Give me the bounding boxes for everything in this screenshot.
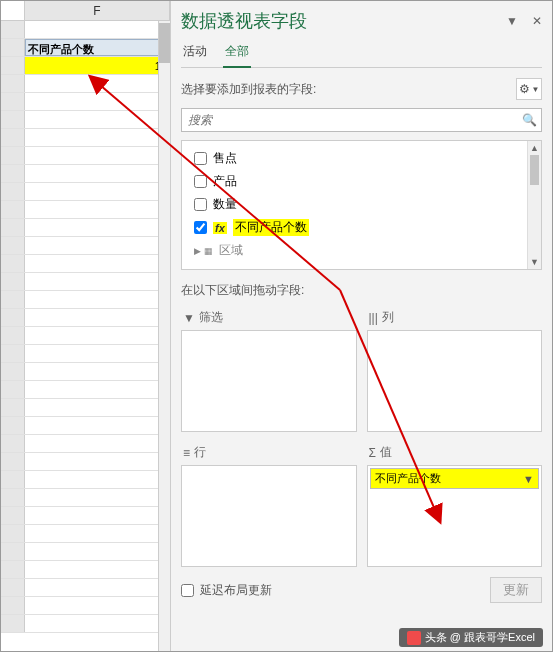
tab-active[interactable]: 活动 [181, 39, 209, 67]
watermark-icon [407, 631, 421, 645]
watermark: 头条 @ 跟表哥学Excel [399, 628, 543, 647]
fields-scrollbar[interactable]: ▲ ▼ [527, 141, 541, 269]
fields-list: 售点 产品 数量 fx 不同产品个数 ▶ ▦ 区域 [182, 141, 527, 269]
field-label: 不同产品个数 [233, 219, 309, 236]
field-checkbox[interactable] [194, 152, 207, 165]
value-field-label: 不同产品个数 [375, 471, 441, 486]
areas-prompt: 在以下区域间拖动字段: [181, 282, 542, 299]
field-checkbox[interactable] [194, 175, 207, 188]
fields-prompt: 选择要添加到报表的字段: [181, 81, 316, 98]
search-box[interactable]: 🔍 [181, 108, 542, 132]
column-header-f[interactable]: F [25, 1, 170, 20]
field-checkbox[interactable] [194, 221, 207, 234]
field-item[interactable]: 数量 [186, 193, 523, 216]
columns-icon: ||| [369, 311, 378, 325]
rows-icon: ≡ [183, 446, 190, 460]
update-button[interactable]: 更新 [490, 577, 542, 603]
gear-icon: ⚙ [519, 82, 530, 96]
pane-title: 数据透视表字段 [181, 9, 307, 33]
sheet-scrollbar[interactable] [158, 21, 170, 651]
select-all-corner[interactable] [1, 1, 25, 20]
pivot-value-cell[interactable]: 12 [25, 57, 170, 74]
search-input[interactable] [182, 109, 517, 131]
filter-icon: ▼ [183, 311, 195, 325]
area-values[interactable]: Σ值 不同产品个数 ▼ [367, 442, 543, 567]
field-label: 区域 [219, 242, 243, 259]
expand-icon: ▶ ▦ [194, 246, 213, 256]
search-icon[interactable]: 🔍 [517, 109, 541, 131]
chevron-down-icon[interactable]: ▼ [506, 14, 518, 28]
gear-button[interactable]: ⚙▼ [516, 78, 542, 100]
field-item[interactable]: fx 不同产品个数 [186, 216, 523, 239]
dropdown-icon[interactable]: ▼ [523, 473, 534, 485]
area-rows[interactable]: ≡行 [181, 442, 357, 567]
defer-layout-checkbox[interactable]: 延迟布局更新 [181, 582, 272, 599]
pivot-header-cell[interactable]: 不同产品个数 [25, 39, 170, 56]
field-label: 数量 [213, 196, 237, 213]
tab-all[interactable]: 全部 [223, 39, 251, 68]
area-columns[interactable]: |||列 [367, 307, 543, 432]
close-icon[interactable]: ✕ [532, 14, 542, 28]
field-label: 售点 [213, 150, 237, 167]
value-field-pill[interactable]: 不同产品个数 ▼ [370, 468, 540, 489]
field-item[interactable]: 售点 [186, 147, 523, 170]
field-item[interactable]: 产品 [186, 170, 523, 193]
spreadsheet-area[interactable]: F 不同产品个数 12 [1, 1, 171, 651]
field-label: 产品 [213, 173, 237, 190]
fx-icon: fx [213, 222, 227, 234]
pivot-fields-pane: 数据透视表字段 ▼ ✕ 活动 全部 选择要添加到报表的字段: ⚙▼ 🔍 售点 [171, 1, 552, 651]
field-checkbox[interactable] [194, 198, 207, 211]
field-group-more[interactable]: ▶ ▦ 区域 [186, 239, 523, 262]
sigma-icon: Σ [369, 446, 376, 460]
area-filter[interactable]: ▼筛选 [181, 307, 357, 432]
